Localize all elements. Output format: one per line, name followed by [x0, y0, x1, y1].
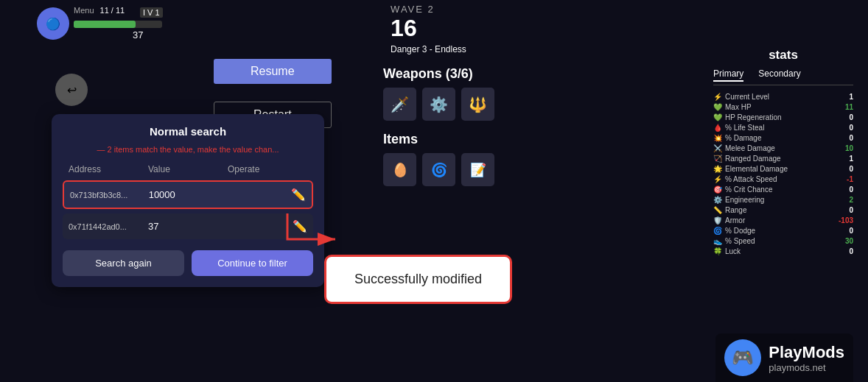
search-panel-title: Normal search — [63, 125, 313, 138]
hp-bar-container — [74, 21, 162, 28]
stat-val-15: 0 — [849, 247, 853, 255]
stat-icon-10: ⚙️ — [713, 196, 722, 204]
stat-name-5: ⚔️Melee Damage — [713, 144, 775, 152]
stat-name-8: ⚡% Attack Speed — [713, 175, 777, 183]
stat-val-7: 0 — [849, 165, 853, 173]
playmods-url: playmods.net — [769, 362, 844, 373]
col-operate: Operate — [228, 164, 307, 174]
back-button[interactable]: ↩ — [55, 74, 88, 106]
stats-row-12: 🛡️Armor-103 — [713, 215, 853, 225]
playmods-text: PlayMods playmods.net — [769, 343, 844, 373]
stat-val-8: -1 — [847, 175, 853, 183]
stat-val-9: 0 — [849, 185, 853, 194]
stats-rows: ⚡Current Level1💚Max HP11💚HP Regeneration… — [713, 91, 853, 256]
stats-tabs: Primary Secondary — [713, 68, 853, 85]
wave-label: WAVE 2 — [391, 4, 435, 15]
stat-val-1: 11 — [845, 103, 853, 111]
stat-name-14: 👟% Speed — [713, 237, 755, 245]
stat-val-2: 0 — [849, 113, 853, 121]
stat-icon-15: 🍀 — [713, 247, 722, 255]
success-message: Successfully modified — [354, 272, 482, 286]
weapons-title: Weapons (3/6) — [383, 66, 545, 82]
top-bar: Menu 11 / 11 — [74, 6, 125, 15]
stat-icon-1: 💚 — [713, 103, 722, 111]
playmods-logo-icon: 🎮 — [732, 347, 754, 368]
item-slot-1: 🌀 — [422, 153, 455, 186]
stat-icon-7: 🌟 — [713, 165, 722, 173]
col-value: Value — [148, 164, 228, 174]
stat-icon-5: ⚔️ — [713, 144, 722, 152]
nav-blue-button[interactable]: 🔵 — [37, 7, 69, 40]
stats-title: stats — [713, 48, 853, 63]
stat-val-0: 1 — [849, 93, 853, 101]
stat-name-3: 🩸% Life Steal — [713, 124, 764, 132]
score-display: 37 — [133, 29, 143, 40]
stat-name-1: 💚Max HP — [713, 103, 752, 111]
danger-label: Danger 3 - Endless — [391, 44, 466, 54]
stat-name-11: 📏Range — [713, 206, 746, 214]
stat-icon-3: 🩸 — [713, 124, 722, 132]
stat-icon-0: ⚡ — [713, 93, 722, 101]
row-addr-1: 0x71f1442ad0... — [69, 222, 148, 231]
stat-name-12: 🛡️Armor — [713, 216, 745, 224]
stat-icon-6: 🏹 — [713, 155, 722, 163]
weapon-slot-1: ⚙️ — [422, 88, 455, 121]
stats-row-11: 📏Range0 — [713, 205, 853, 215]
search-warning: — 2 items match the value, make the valu… — [63, 145, 313, 154]
resume-button[interactable]: Resume — [214, 59, 332, 84]
success-notification: Successfully modified — [324, 255, 512, 304]
item-slot-2: 📝 — [461, 153, 494, 186]
tab-secondary[interactable]: Secondary — [758, 68, 800, 82]
items-title: Items — [383, 132, 545, 147]
stat-val-4: 0 — [849, 134, 853, 142]
row-addr-0: 0x713bf3b3c8... — [70, 191, 149, 199]
stats-row-8: ⚡% Attack Speed-1 — [713, 174, 853, 184]
items-icons: 🥚 🌀 📝 — [383, 153, 545, 186]
stat-name-4: 💥% Damage — [713, 134, 761, 142]
wave-number: 16 — [391, 15, 417, 42]
stat-val-11: 0 — [849, 206, 853, 214]
stat-name-9: 🎯% Crit Chance — [713, 185, 772, 194]
hp-bar — [74, 21, 136, 28]
stats-row-14: 👟% Speed30 — [713, 236, 853, 246]
stat-val-12: -103 — [839, 216, 853, 224]
stat-val-3: 0 — [849, 124, 853, 132]
stats-row-9: 🎯% Crit Chance0 — [713, 184, 853, 194]
stat-name-10: ⚙️Engineering — [713, 196, 764, 204]
stats-panel: stats Primary Secondary ⚡Current Level1💚… — [713, 48, 853, 256]
stat-val-13: 0 — [849, 227, 853, 235]
stats-row-6: 🏹Ranged Damage1 — [713, 153, 853, 163]
weapons-panel: Weapons (3/6) 🗡️ ⚙️ 🔱 Items 🥚 🌀 📝 — [383, 66, 545, 186]
stats-row-3: 🩸% Life Steal0 — [713, 122, 853, 132]
menu-label: Menu — [74, 6, 94, 15]
stats-row-0: ⚡Current Level1 — [713, 91, 853, 102]
search-again-button[interactable]: Search again — [63, 250, 184, 276]
item-slot-0: 🥚 — [383, 153, 416, 186]
stat-icon-2: 💚 — [713, 113, 722, 121]
row-val-1: 37 — [148, 221, 228, 232]
stat-val-6: 1 — [849, 155, 853, 163]
v1-badge: I V 1 — [140, 7, 163, 18]
stat-name-13: 🌀% Dodge — [713, 227, 755, 235]
weapons-icons: 🗡️ ⚙️ 🔱 — [383, 88, 545, 121]
arrow-indicator — [273, 199, 346, 258]
weapon-slot-0: 🗡️ — [383, 88, 416, 121]
compass-icon: 🔵 — [46, 17, 60, 31]
playmods-name: PlayMods — [769, 343, 844, 362]
menu-count: 11 / 11 — [100, 6, 125, 15]
stats-row-10: ⚙️Engineering2 — [713, 194, 853, 205]
stat-val-14: 30 — [845, 237, 853, 245]
stats-row-2: 💚HP Regeneration0 — [713, 112, 853, 122]
stat-icon-14: 👟 — [713, 237, 722, 245]
stats-row-15: 🍀Luck0 — [713, 246, 853, 256]
stat-icon-9: 🎯 — [713, 185, 722, 194]
search-table-header: Address Value Operate — [63, 161, 313, 177]
tab-primary[interactable]: Primary — [713, 68, 743, 82]
back-icon: ↩ — [67, 83, 77, 97]
stats-row-13: 🌀% Dodge0 — [713, 225, 853, 236]
stat-icon-12: 🛡️ — [713, 216, 722, 224]
stats-row-1: 💚Max HP11 — [713, 102, 853, 112]
stats-row-5: ⚔️Melee Damage10 — [713, 143, 853, 153]
stats-row-4: 💥% Damage0 — [713, 132, 853, 143]
stat-val-10: 2 — [849, 196, 853, 204]
